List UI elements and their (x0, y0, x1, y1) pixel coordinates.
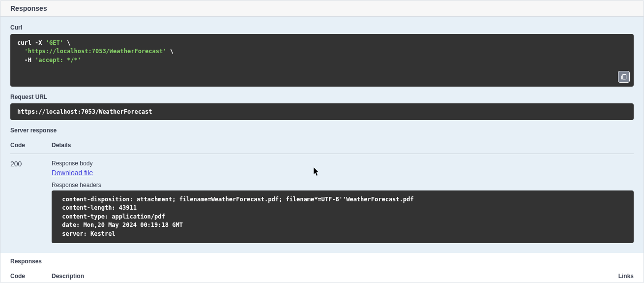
curl-text: curl -X (17, 39, 46, 46)
responses-panel: Responses Curl curl -X 'GET' \ 'https://… (0, 0, 644, 283)
live-responses-block: Curl curl -X 'GET' \ 'https://localhost:… (0, 17, 644, 253)
documented-responses-block: Responses Code Description Links 200 Suc… (0, 253, 644, 283)
curl-text: \ (63, 39, 70, 46)
request-url-value[interactable]: https://localhost:7053/WeatherForecast (10, 103, 634, 120)
curl-text: \ (166, 48, 173, 55)
download-file-link[interactable]: Download file (52, 169, 93, 177)
responses-title: Responses (10, 4, 634, 12)
col-details-header: Details (52, 142, 634, 149)
status-code: 200 (10, 160, 52, 168)
copy-button[interactable] (618, 71, 630, 83)
col-description-header: Description (52, 273, 594, 280)
svg-rect-0 (623, 74, 626, 79)
curl-url: 'https://localhost:7053/WeatherForecast' (24, 48, 166, 55)
server-response-label: Server response (10, 127, 634, 134)
curl-method: 'GET' (46, 39, 63, 46)
documented-responses-label: Responses (10, 258, 634, 265)
live-table-head: Code Details (10, 137, 634, 154)
curl-code[interactable]: curl -X 'GET' \ 'https://localhost:7053/… (10, 34, 634, 87)
curl-text: -H (17, 57, 35, 63)
curl-text (17, 48, 24, 55)
request-url-block: Request URL https://localhost:7053/Weath… (10, 94, 634, 120)
clipboard-icon (620, 73, 627, 80)
response-headers-code[interactable]: content-disposition: attachment; filenam… (52, 190, 634, 243)
request-url-label: Request URL (10, 94, 634, 100)
curl-label: Curl (10, 24, 634, 31)
curl-header: 'accept: */*' (35, 57, 81, 63)
col-links-header: Links (594, 273, 634, 280)
response-headers-label: Response headers (52, 182, 634, 189)
table-row: 200 Response body Download file Response… (10, 154, 634, 243)
col-code-header: Code (10, 142, 52, 149)
details-column: Response body Download file Response hea… (52, 160, 634, 243)
doc-table-head: Code Description Links (10, 268, 634, 283)
response-body-label: Response body (52, 160, 634, 167)
responses-header: Responses (0, 0, 644, 17)
col-code-header: Code (10, 273, 52, 280)
